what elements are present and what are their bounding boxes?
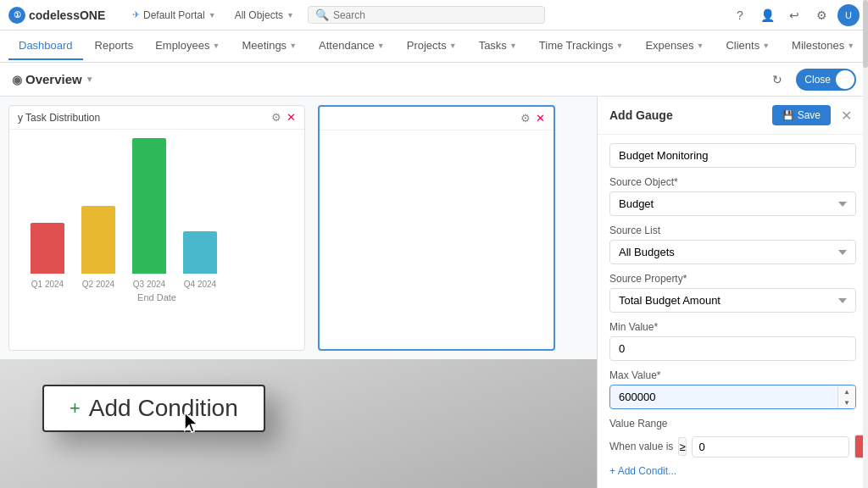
logo-text: codelessONE xyxy=(29,8,105,22)
bar-q4 xyxy=(183,231,217,274)
logo: ① codelessONE xyxy=(8,7,119,24)
source-object-label: Source Object* xyxy=(609,176,856,188)
tab-meetings[interactable]: Meetings ▼ xyxy=(231,32,307,60)
bar-label-q4: Q4 2024 xyxy=(184,280,216,289)
page-title-icon: ◉ xyxy=(12,73,22,86)
add-condition-link-text: + Add Condit... xyxy=(609,465,676,477)
refresh-button[interactable]: ↻ xyxy=(765,68,789,92)
page-title: ◉ Overview ▼ xyxy=(12,72,94,86)
value-range-row: When value is ≥ ▼ xyxy=(609,435,856,458)
close-toggle[interactable]: Close xyxy=(796,69,856,91)
source-list-group: Source List All Budgets xyxy=(609,225,856,264)
search-input[interactable] xyxy=(333,9,537,21)
scrollbar-track xyxy=(863,97,868,488)
tab-reports[interactable]: Reports xyxy=(85,32,144,60)
nav-tabs: Dashboard Reports Employees ▼ Meetings ▼… xyxy=(0,30,868,63)
bar-label-q1: Q1 2024 xyxy=(31,280,64,289)
bottom-section: + Add Condition xyxy=(0,359,597,488)
search-icon: 🔍 xyxy=(315,8,329,21)
min-value-input[interactable] xyxy=(609,336,856,361)
all-objects-button[interactable]: All Objects ▼ xyxy=(230,8,299,23)
bar-q1 xyxy=(31,223,64,274)
max-value-group: Max Value* ▲ ▼ xyxy=(609,369,856,409)
bar-q3 xyxy=(132,138,166,274)
tab-clients[interactable]: Clients ▼ xyxy=(715,32,780,60)
min-value-group: Min Value* xyxy=(609,321,856,361)
save-button[interactable]: 💾 Save xyxy=(772,105,831,125)
operator-badge: ≥ xyxy=(678,437,686,456)
spinner-down[interactable]: ▼ xyxy=(838,397,855,408)
top-bar-icons: ? 👤 ↩ ⚙ U xyxy=(729,4,860,26)
add-condition-overlay[interactable]: + Add Condition xyxy=(42,385,265,432)
panel-1-actions: ⚙ ✕ xyxy=(271,111,296,124)
page-title-text: Overview xyxy=(25,72,82,86)
source-object-select[interactable]: Budget xyxy=(609,191,856,216)
tab-employees[interactable]: Employees ▼ xyxy=(145,32,230,60)
close-x-button[interactable]: ✕ xyxy=(836,105,856,125)
panel-1-gear[interactable]: ⚙ xyxy=(271,111,281,124)
logo-icon: ① xyxy=(8,7,25,24)
bar-group-q4: Q4 2024 xyxy=(183,231,217,289)
max-value-input[interactable] xyxy=(610,385,837,408)
tab-attendance[interactable]: Attendance ▼ xyxy=(309,32,395,60)
source-list-label: Source List xyxy=(609,225,856,236)
cursor-icon xyxy=(184,412,204,435)
panel-2-actions: ⚙ ✕ xyxy=(520,112,545,125)
right-panel: Add Gauge 💾 Save ✕ Source Object* Budget xyxy=(597,97,868,488)
source-property-group: Source Property* Total Budget Amount xyxy=(609,273,856,313)
add-condition-text: Add Condition xyxy=(89,395,238,422)
panel-1-title: y Task Distribution xyxy=(18,112,100,124)
search-box[interactable]: 🔍 xyxy=(308,6,545,24)
add-condition-link[interactable]: + Add Condit... xyxy=(609,463,856,479)
chart-panel-1: y Task Distribution ⚙ ✕ Q1 2024 Q2 2024 xyxy=(8,105,305,351)
bar-group-q2: Q2 2024 xyxy=(81,206,115,289)
tab-time-trackings[interactable]: Time Trackings ▼ xyxy=(529,32,634,60)
page-header: ◉ Overview ▼ ↻ Close xyxy=(0,63,868,97)
source-list-select[interactable]: All Budgets xyxy=(609,240,856,264)
min-value-label: Min Value* xyxy=(609,321,856,333)
tab-projects[interactable]: Projects ▼ xyxy=(397,32,467,60)
top-bar: ① codelessONE ✈ Default Portal ▼ All Obj… xyxy=(0,0,868,30)
bar-group-q1: Q1 2024 xyxy=(31,223,64,289)
bar-group-q3: Q3 2024 xyxy=(132,138,166,289)
source-property-label: Source Property* xyxy=(609,273,856,285)
panel-2-close[interactable]: ✕ xyxy=(536,112,545,125)
right-panel-title: Add Gauge xyxy=(609,108,673,122)
max-value-wrapper: ▲ ▼ xyxy=(609,385,856,409)
page-title-arrow: ▼ xyxy=(86,75,94,84)
panel-2-gear[interactable]: ⚙ xyxy=(520,112,531,125)
chart-area: y Task Distribution ⚙ ✕ Q1 2024 Q2 2024 xyxy=(0,97,597,488)
history-icon[interactable]: ↩ xyxy=(783,4,805,26)
portal-label: Default Portal xyxy=(143,9,205,21)
avatar[interactable]: U xyxy=(837,4,860,26)
portal-button[interactable]: ✈ Default Portal ▼ xyxy=(127,8,221,23)
all-objects-label: All Objects xyxy=(235,9,283,21)
header-actions: ↻ Close xyxy=(765,68,856,92)
range-value-input[interactable] xyxy=(692,436,849,458)
tab-tasks[interactable]: Tasks ▼ xyxy=(469,32,527,60)
max-value-label: Max Value* xyxy=(609,369,856,381)
chart-panel-2: ⚙ ✕ xyxy=(318,105,555,351)
bars-container: Q1 2024 Q2 2024 Q3 2024 Q4 2024 xyxy=(22,138,292,289)
tab-expenses[interactable]: Expenses ▼ xyxy=(635,32,714,60)
bar-q2 xyxy=(81,206,115,274)
right-panel-body: Source Object* Budget Source List All Bu… xyxy=(598,135,868,487)
save-label: Save xyxy=(798,109,821,121)
panel-1-close[interactable]: ✕ xyxy=(287,111,296,124)
value-range-section: Value Range When value is ≥ ▼ + Add Cond… xyxy=(609,418,856,479)
max-value-spinners: ▲ ▼ xyxy=(837,386,855,408)
when-value-is-label: When value is xyxy=(609,441,673,452)
settings-icon[interactable]: ⚙ xyxy=(810,4,832,26)
tab-dashboard[interactable]: Dashboard xyxy=(8,32,83,60)
bar-chart: Q1 2024 Q2 2024 Q3 2024 Q4 2024 xyxy=(9,130,304,316)
spinner-up[interactable]: ▲ xyxy=(838,386,855,397)
tab-milestones[interactable]: Milestones ▼ xyxy=(782,32,865,60)
right-panel-header: Add Gauge 💾 Save ✕ xyxy=(598,97,868,135)
gauge-name-input[interactable] xyxy=(609,143,856,168)
add-condition-plus-icon: + xyxy=(70,397,81,419)
bar-label-q3: Q3 2024 xyxy=(133,280,165,289)
source-property-select[interactable]: Total Budget Amount xyxy=(609,288,856,313)
user-icon[interactable]: 👤 xyxy=(756,4,778,26)
source-object-group: Source Object* Budget xyxy=(609,176,856,216)
help-icon[interactable]: ? xyxy=(729,4,751,26)
